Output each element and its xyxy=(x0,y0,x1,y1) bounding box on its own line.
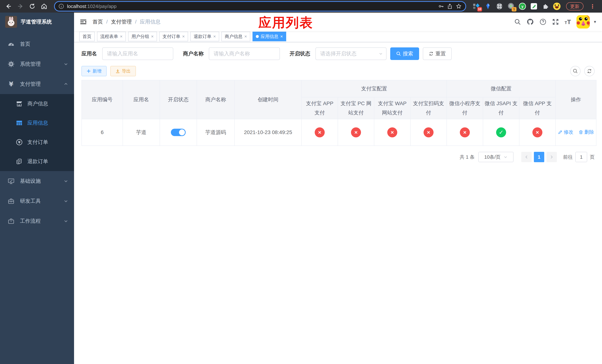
avatar-caret-icon[interactable]: ▼ xyxy=(593,20,597,24)
cell-status xyxy=(160,119,197,146)
close-icon[interactable]: × xyxy=(244,34,247,39)
browser-update-button[interactable]: 更新 xyxy=(566,2,583,10)
cell-app-id: 6 xyxy=(82,119,123,146)
monitor-check-icon xyxy=(7,177,15,185)
github-icon[interactable] xyxy=(527,18,534,26)
app-name-label: 应用名 xyxy=(81,50,97,57)
breadcrumb-home[interactable]: 首页 xyxy=(93,18,103,25)
close-icon[interactable]: × xyxy=(280,34,283,39)
toggle-search-button[interactable] xyxy=(570,66,580,76)
tag-user-group[interactable]: 用户分组× xyxy=(128,32,157,41)
screenshot-root: localhost:1024/pay/app 10 xyxy=(0,0,602,364)
close-icon[interactable]: × xyxy=(151,34,154,39)
edit-link[interactable]: 修改 xyxy=(558,129,573,135)
app-container: 应用名 商户名称 开启状态 请选择开启状态 xyxy=(74,42,602,162)
sidebar-item-system[interactable]: 系统管理 xyxy=(0,54,74,74)
col-app-id: 应用编号 xyxy=(82,80,123,119)
col-wechat-mini: 微信小程序支付 xyxy=(447,97,483,119)
sidebar-item-merchant-info[interactable]: 商户信息 xyxy=(0,94,74,113)
browser-back-button[interactable] xyxy=(4,1,13,11)
yen-icon: ¥ xyxy=(7,80,15,88)
top-navbar: 首页 / 支付管理 / 应用信息 应用列表 xyxy=(74,13,602,31)
sidebar-item-dev-tools[interactable]: 研发工具 xyxy=(0,191,74,211)
sidebar-item-workflow[interactable]: 工作流程 xyxy=(0,211,74,231)
sidebar-collapse-icon[interactable] xyxy=(79,18,87,26)
status-icon: × xyxy=(315,127,325,137)
col-alipay-qr: 支付宝扫码支付 xyxy=(410,97,447,119)
merchant-name-input[interactable] xyxy=(209,47,280,60)
merchant-name-label: 商户名称 xyxy=(183,50,204,57)
tag-app-info[interactable]: 应用信息× xyxy=(252,32,286,41)
logo-image xyxy=(5,16,17,28)
next-page-button[interactable] xyxy=(547,152,557,162)
password-key-icon[interactable] xyxy=(438,3,444,9)
reset-button[interactable]: 重置 xyxy=(423,47,452,60)
export-button[interactable]: 导出 xyxy=(110,66,136,76)
delete-link[interactable]: 删除 xyxy=(579,129,594,135)
payment-submenu: 商户信息 应用信息 ¥ 支付订单 xyxy=(0,94,74,171)
help-icon[interactable] xyxy=(539,18,547,25)
app-title: 芋道管理系统 xyxy=(21,18,52,25)
col-wechat-app: 微信 APP 支付 xyxy=(519,97,556,119)
sidebar-item-app-info[interactable]: 应用信息 xyxy=(0,113,74,133)
fullscreen-icon[interactable] xyxy=(552,18,559,25)
font-size-icon[interactable]: TT xyxy=(565,19,571,25)
tag-refund-order[interactable]: 退款订单× xyxy=(190,32,219,41)
breadcrumb: 首页 / 支付管理 / 应用信息 xyxy=(93,18,161,25)
status-select[interactable]: 请选择开启状态 xyxy=(315,47,387,60)
close-icon[interactable]: × xyxy=(120,34,123,39)
briefcase-icon xyxy=(7,217,15,225)
status-icon: × xyxy=(460,127,470,137)
tag-merchant-info[interactable]: 商户信息× xyxy=(221,32,250,41)
sidebar-item-refund-order[interactable]: 退款订单 xyxy=(0,152,74,171)
prev-page-button[interactable] xyxy=(521,152,532,162)
tag-pay-order[interactable]: 支付订单× xyxy=(159,32,188,41)
chevron-down-icon xyxy=(504,155,508,159)
sidebar-item-home[interactable]: 首页 xyxy=(0,34,74,54)
tag-process-form[interactable]: 流程表单× xyxy=(97,32,126,41)
sidebar-logo-row[interactable]: 芋道管理系统 xyxy=(0,13,74,31)
status-label: 开启状态 xyxy=(290,50,310,57)
bookmark-star-icon[interactable] xyxy=(456,3,462,9)
sidebar-item-infrastructure[interactable]: 基础设施 xyxy=(0,171,74,191)
share-icon[interactable] xyxy=(447,3,453,9)
refresh-table-button[interactable] xyxy=(584,66,595,76)
address-bar[interactable]: localhost:1024/pay/app xyxy=(54,1,466,11)
app-name-input[interactable] xyxy=(102,47,173,60)
close-icon[interactable]: × xyxy=(213,34,216,39)
close-icon[interactable]: × xyxy=(182,34,185,39)
browser-reload-button[interactable] xyxy=(27,1,37,11)
breadcrumb-payment[interactable]: 支付管理 xyxy=(111,18,132,25)
page-number[interactable]: 1 xyxy=(534,152,544,162)
page-size-select[interactable]: 10条/页 xyxy=(478,152,514,162)
svg-text:y: y xyxy=(521,4,524,9)
add-button[interactable]: 新增 xyxy=(81,66,107,76)
search-button[interactable]: 搜索 xyxy=(390,47,419,60)
extension-camera-icon[interactable]: 1 xyxy=(507,3,515,10)
extension-notes-icon[interactable] xyxy=(530,3,538,10)
filter-form: 应用名 商户名称 开启状态 请选择开启状态 xyxy=(81,47,595,60)
col-merchant: 商户名称 xyxy=(197,80,235,119)
site-info-icon[interactable] xyxy=(58,3,64,9)
extension-pin-icon[interactable]: 10 xyxy=(473,3,480,10)
breadcrumb-current: 应用信息 xyxy=(140,18,161,25)
search-icon[interactable] xyxy=(514,19,521,25)
goto-page-input[interactable] xyxy=(575,152,587,162)
user-avatar[interactable] xyxy=(576,15,590,29)
tag-home[interactable]: 首页× xyxy=(79,32,95,41)
extension-command-icon[interactable] xyxy=(496,3,503,10)
url-text: localhost:1024/pay/app xyxy=(67,3,435,9)
goto-unit: 页 xyxy=(590,154,595,160)
shop-icon xyxy=(16,100,23,107)
extension-smiley-icon[interactable] xyxy=(553,3,560,10)
sidebar-item-payment[interactable]: ¥ 支付管理 xyxy=(0,74,74,94)
status-toggle[interactable] xyxy=(171,129,186,136)
extensions-puzzle-icon[interactable] xyxy=(542,3,549,10)
cell-actions: 修改 删除 xyxy=(556,119,596,146)
browser-home-button[interactable] xyxy=(39,1,49,11)
sidebar-item-pay-order[interactable]: ¥ 支付订单 xyxy=(0,133,74,152)
browser-menu-icon[interactable]: ⋮ xyxy=(588,3,597,10)
browser-forward-button[interactable] xyxy=(16,1,25,11)
extension-balloon-icon[interactable] xyxy=(484,3,492,10)
extension-y-icon[interactable]: y xyxy=(519,3,526,10)
